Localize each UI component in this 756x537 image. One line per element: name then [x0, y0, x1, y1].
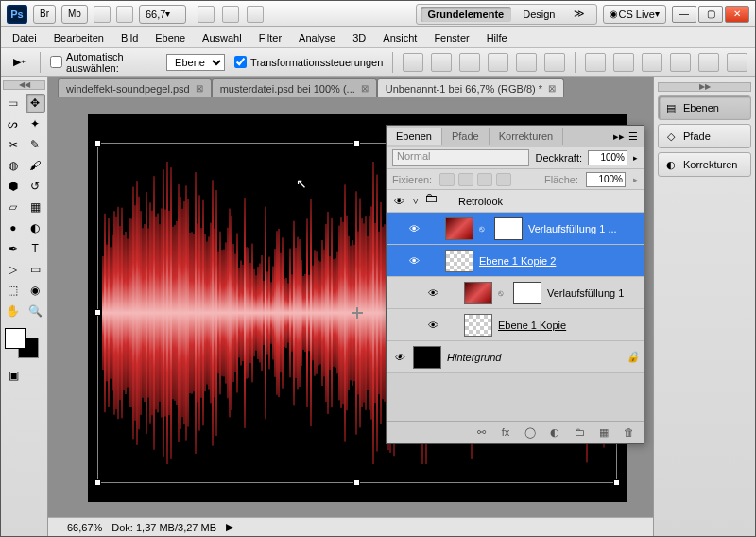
group-icon[interactable]: 🗀 [572, 426, 587, 440]
status-doc[interactable]: Dok: 1,37 MB/3,27 MB [112, 522, 216, 533]
align-bottom-icon[interactable] [459, 53, 480, 72]
gradient-tool[interactable]: ▦ [26, 198, 46, 217]
link-layers-icon[interactable]: ⚯ [473, 426, 489, 440]
menu-edit[interactable]: Bearbeiten [46, 30, 112, 45]
hand-icon[interactable] [198, 6, 215, 23]
screenmode-icon[interactable] [247, 6, 264, 23]
status-zoom[interactable]: 66,67% [67, 522, 102, 533]
lock-pixels-icon[interactable] [458, 173, 473, 186]
status-arrow-icon[interactable]: ▶ [226, 521, 233, 533]
menu-layer[interactable]: Ebene [147, 30, 193, 45]
history-brush-tool[interactable]: ↺ [26, 177, 46, 196]
handle-bot-left[interactable] [94, 479, 101, 486]
dist-6-icon[interactable] [727, 53, 747, 72]
fill-scrub-icon[interactable]: ▸ [633, 175, 638, 184]
menu-select[interactable]: Auswahl [195, 30, 249, 45]
visibility-icon[interactable]: 👁 [424, 285, 441, 302]
lock-position-icon[interactable] [477, 173, 492, 186]
zoom-tool[interactable]: 🔍 [26, 302, 46, 320]
layer-row[interactable]: 👁 Ebene 1 Kopie [387, 309, 644, 341]
align-vcenter-icon[interactable] [431, 53, 452, 72]
fx-icon[interactable]: fx [498, 426, 513, 440]
delete-icon[interactable]: 🗑 [621, 426, 636, 440]
align-top-icon[interactable] [403, 53, 423, 72]
menu-image[interactable]: Bild [113, 30, 146, 45]
close-icon[interactable]: ⊠ [361, 83, 369, 94]
lock-transparent-icon[interactable] [439, 173, 455, 186]
menu-file[interactable]: Datei [5, 30, 44, 45]
workspace-essentials[interactable]: Grundelemente [421, 7, 512, 22]
layer-thumb[interactable] [413, 346, 441, 369]
crop-tool[interactable]: ✂ [3, 135, 24, 154]
toolbox-collapse[interactable]: ◀◀ [3, 80, 45, 90]
blur-tool[interactable]: ● [3, 218, 24, 237]
shape-tool[interactable]: ▭ [26, 260, 46, 279]
layer-row[interactable]: 👁 Ebene 1 Kopie 2 [387, 245, 644, 277]
transform-controls-check[interactable]: Transformationssteuerungen [234, 56, 383, 68]
mask-icon[interactable]: ◯ [523, 426, 538, 440]
eraser-tool[interactable]: ▱ [3, 198, 24, 217]
foreground-color[interactable] [5, 328, 26, 349]
panel-tab-adjustments[interactable]: Korrekturen [490, 128, 563, 145]
brush-tool[interactable]: 🖌 [26, 156, 46, 175]
align-right-icon[interactable] [544, 53, 565, 72]
quickmask-tool[interactable]: ▣ [3, 366, 24, 385]
menu-3d[interactable]: 3D [345, 30, 373, 45]
panel-tab-paths[interactable]: Pfade [442, 128, 490, 145]
window-minimize[interactable]: — [672, 6, 696, 23]
arrange-icon[interactable] [222, 6, 239, 23]
menu-help[interactable]: Hilfe [479, 30, 515, 45]
adjustment-icon[interactable]: ◐ [547, 426, 562, 440]
dist-2-icon[interactable] [613, 53, 634, 72]
new-layer-icon[interactable]: ▦ [596, 426, 611, 440]
path-select-tool[interactable]: ▷ [3, 260, 24, 279]
color-swatches[interactable] [3, 326, 41, 360]
layer-thumb[interactable] [464, 314, 492, 337]
dist-4-icon[interactable] [670, 53, 691, 72]
hand-tool[interactable]: ✋ [3, 302, 24, 320]
layer-row[interactable]: 👁 ⎋ Verlaufsfüllung 1 ... [387, 213, 644, 245]
align-hcenter-icon[interactable] [516, 53, 537, 72]
3d-tool[interactable]: ⬚ [3, 281, 24, 300]
visibility-icon[interactable]: 👁 [390, 349, 407, 366]
stamp-tool[interactable]: ⬢ [3, 177, 24, 196]
ps-logo[interactable]: Ps [7, 5, 27, 24]
dock-adjustments[interactable]: ◐Korrekturen [658, 152, 751, 177]
menu-analysis[interactable]: Analyse [291, 30, 343, 45]
transform-center[interactable] [352, 307, 363, 319]
panel-menu-icon[interactable]: ☰ [628, 130, 638, 143]
type-tool[interactable]: T [26, 239, 46, 258]
menu-view[interactable]: Ansicht [375, 30, 424, 45]
marquee-tool[interactable]: ▭ [3, 94, 24, 113]
workspace-more[interactable]: ≫ [566, 6, 593, 22]
layer-thumb[interactable] [445, 250, 473, 272]
handle-top-left[interactable] [94, 140, 101, 147]
document-tab-2[interactable]: musterdatei.psd bei 100% (...⊠ [212, 78, 377, 97]
disclosure-icon[interactable]: ▿ [413, 195, 419, 207]
window-close[interactable]: ✕ [725, 6, 749, 23]
opacity-scrub-icon[interactable]: ▸ [633, 153, 638, 163]
blend-mode-dropdown[interactable]: Normal [392, 149, 529, 166]
dodge-tool[interactable]: ◐ [26, 218, 46, 237]
document-tab-1[interactable]: windeffekt-soundpegel.psd⊠ [58, 78, 212, 97]
menu-window[interactable]: Fenster [426, 30, 476, 45]
layer-group[interactable]: 👁 ▿ 🗀 Retrolook [387, 190, 644, 213]
visibility-icon[interactable]: 👁 [405, 220, 422, 237]
handle-mid-left[interactable] [94, 309, 101, 316]
extras-icon[interactable] [94, 6, 111, 23]
panel-collapse-icon[interactable]: ▸▸ [613, 130, 625, 143]
pen-tool[interactable]: ✒ [3, 239, 24, 258]
lock-all-icon[interactable] [496, 173, 511, 186]
3d-cam-tool[interactable]: ◉ [26, 281, 46, 300]
close-icon[interactable]: ⊠ [548, 83, 556, 94]
visibility-icon[interactable]: 👁 [390, 193, 407, 210]
layer-thumb[interactable] [445, 217, 473, 240]
dist-3-icon[interactable] [642, 53, 662, 72]
visibility-icon[interactable]: 👁 [424, 317, 441, 334]
auto-select-mode[interactable]: Ebene [166, 54, 225, 71]
menu-filter[interactable]: Filter [251, 30, 289, 45]
workspace-design[interactable]: Design [515, 7, 562, 22]
guides-icon[interactable] [116, 6, 133, 23]
handle-top-mid[interactable] [353, 140, 360, 147]
mask-thumb[interactable] [494, 217, 523, 240]
